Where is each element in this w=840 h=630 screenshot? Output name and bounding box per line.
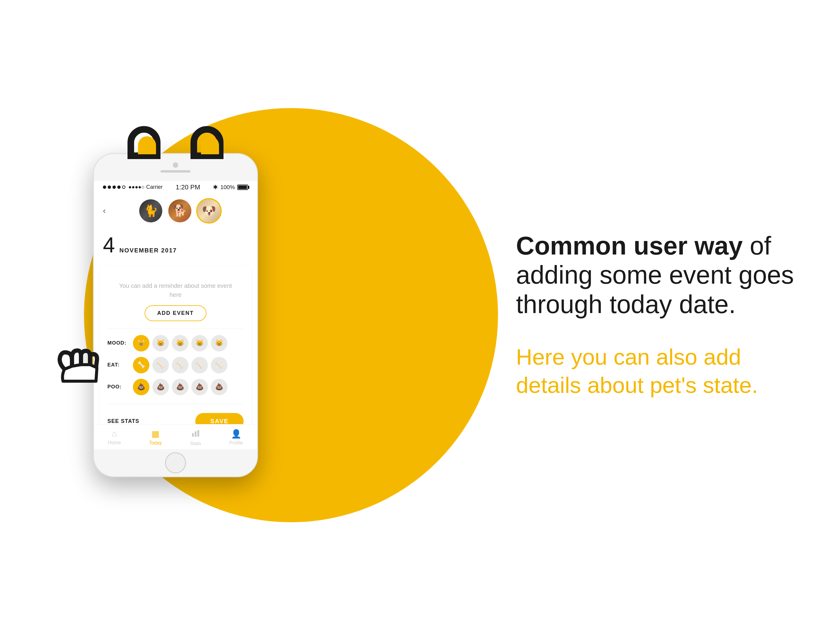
status-bar: ●●●●○ Carrier 1:20 PM ✱ 100% <box>94 181 257 193</box>
poo-option-4[interactable]: 💩 <box>191 379 208 395</box>
stats-label: Stats <box>190 441 201 446</box>
clock: 1:20 PM <box>175 184 200 191</box>
nav-today[interactable]: ▦ Today <box>149 429 162 446</box>
battery-icon <box>237 185 248 190</box>
date-day: 4 <box>103 234 115 256</box>
eat-label: EAT: <box>107 362 128 368</box>
today-icon: ▦ <box>152 429 159 439</box>
right-panel: Common user way of adding some event goe… <box>480 213 840 417</box>
reminder-section: You can add a reminder about some event … <box>107 275 243 329</box>
reminder-text: You can add a reminder about some event … <box>114 281 238 299</box>
signal-dot-5 <box>122 185 125 189</box>
main-content-card: You can add a reminder about some event … <box>100 266 251 437</box>
left-ear <box>128 126 161 159</box>
heading-bold: Common user way <box>516 231 743 260</box>
nav-home[interactable]: ⌂ Home <box>108 429 121 446</box>
see-stats-button[interactable]: SEE STATS <box>107 418 139 424</box>
mood-tracker-row: MOOD: 😸 😸 😸 😸 😸 <box>107 335 243 351</box>
tracker-section: MOOD: 😸 😸 😸 😸 😸 EAT: 🦴 <box>107 329 243 404</box>
bottom-navigation: ⌂ Home ▦ Today Stats <box>94 424 257 449</box>
battery-percent: 100% <box>220 184 235 191</box>
eat-option-3[interactable]: 🦴 <box>172 357 188 374</box>
pet-avatar-list: 🐈 🐕 🐶 <box>112 198 248 223</box>
nav-stats[interactable]: Stats <box>190 429 201 446</box>
phone-mockup: ●●●●○ Carrier 1:20 PM ✱ 100% ‹ 🐈 <box>93 153 258 477</box>
profile-label: Profile <box>229 440 243 446</box>
signal-area: ●●●●○ Carrier <box>103 184 163 190</box>
mood-options: 😸 😸 😸 😸 😸 <box>133 335 243 351</box>
paw-decoration <box>46 339 106 400</box>
sub-heading: Here you can also add details about pet'… <box>516 343 804 399</box>
phone-screen: ●●●●○ Carrier 1:20 PM ✱ 100% ‹ 🐈 <box>94 154 257 476</box>
phone-frame: ●●●●○ Carrier 1:20 PM ✱ 100% ‹ 🐈 <box>93 153 258 477</box>
cat-avatar-image: 🐈 <box>139 199 162 222</box>
right-ear <box>191 126 224 159</box>
eat-tracker-row: EAT: 🦴 🦴 🦴 🦴 🦴 <box>107 357 243 374</box>
eat-option-1[interactable]: 🦴 <box>133 357 149 374</box>
profile-icon: 👤 <box>231 429 242 439</box>
poo-options: 💩 💩 💩 💩 💩 <box>133 379 243 395</box>
poo-tracker-row: POO: 💩 💩 💩 💩 💩 <box>107 379 243 395</box>
add-event-button[interactable]: ADD EVENT <box>145 305 207 321</box>
svg-rect-0 <box>192 433 194 437</box>
bluetooth-icon: ✱ <box>213 184 218 191</box>
eat-options: 🦴 🦴 🦴 🦴 🦴 <box>133 357 243 374</box>
signal-dot-4 <box>117 185 121 189</box>
eat-option-5[interactable]: 🦴 <box>211 357 227 374</box>
back-button[interactable]: ‹ <box>103 206 106 215</box>
signal-dot-1 <box>103 185 106 189</box>
battery-fill <box>238 185 247 189</box>
date-month-year: NOVEMBER 2017 <box>119 247 177 254</box>
poo-option-5[interactable]: 💩 <box>211 379 227 395</box>
home-icon: ⌂ <box>112 429 117 438</box>
today-label: Today <box>149 440 162 446</box>
app-header: ‹ 🐈 🐕 🐶 <box>94 193 257 230</box>
signal-dot-2 <box>108 185 111 189</box>
mood-option-2[interactable]: 😸 <box>152 335 169 351</box>
battery-area: ✱ 100% <box>213 184 248 191</box>
mood-option-4[interactable]: 😸 <box>191 335 208 351</box>
right-ear-inner <box>201 136 219 154</box>
phone-bottom-bezel <box>94 449 257 476</box>
home-label: Home <box>108 440 121 445</box>
carrier-label: ●●●●○ Carrier <box>128 184 163 190</box>
mood-option-5[interactable]: 😸 <box>211 335 227 351</box>
main-heading: Common user way of adding some event goe… <box>516 231 804 319</box>
mood-option-3[interactable]: 😸 <box>172 335 188 351</box>
pet-avatar-puppy[interactable]: 🐶 <box>196 198 222 223</box>
eat-option-4[interactable]: 🦴 <box>191 357 208 374</box>
home-button[interactable] <box>165 452 186 473</box>
dog-avatar-image: 🐕 <box>168 199 191 222</box>
svg-rect-2 <box>197 430 199 437</box>
phone-camera <box>173 162 178 168</box>
date-section: 4 NOVEMBER 2017 <box>94 230 257 262</box>
poo-option-2[interactable]: 💩 <box>152 379 169 395</box>
nav-profile[interactable]: 👤 Profile <box>229 429 243 446</box>
pet-avatar-dog[interactable]: 🐕 <box>167 198 193 223</box>
poo-option-3[interactable]: 💩 <box>172 379 188 395</box>
pet-avatar-cat[interactable]: 🐈 <box>138 198 164 223</box>
cat-ears-decoration <box>118 123 232 159</box>
svg-rect-1 <box>195 431 196 437</box>
eat-option-2[interactable]: 🦴 <box>152 357 169 374</box>
poo-option-1[interactable]: 💩 <box>133 379 149 395</box>
phone-speaker <box>161 170 191 173</box>
stats-icon <box>191 429 200 439</box>
divider <box>107 404 243 404</box>
left-ear-inner <box>138 136 156 154</box>
poo-label: POO: <box>107 384 128 390</box>
mood-option-1[interactable]: 😸 <box>133 335 149 351</box>
mood-label: MOOD: <box>107 340 128 346</box>
puppy-avatar-image: 🐶 <box>197 199 221 222</box>
signal-dot-3 <box>112 185 116 189</box>
